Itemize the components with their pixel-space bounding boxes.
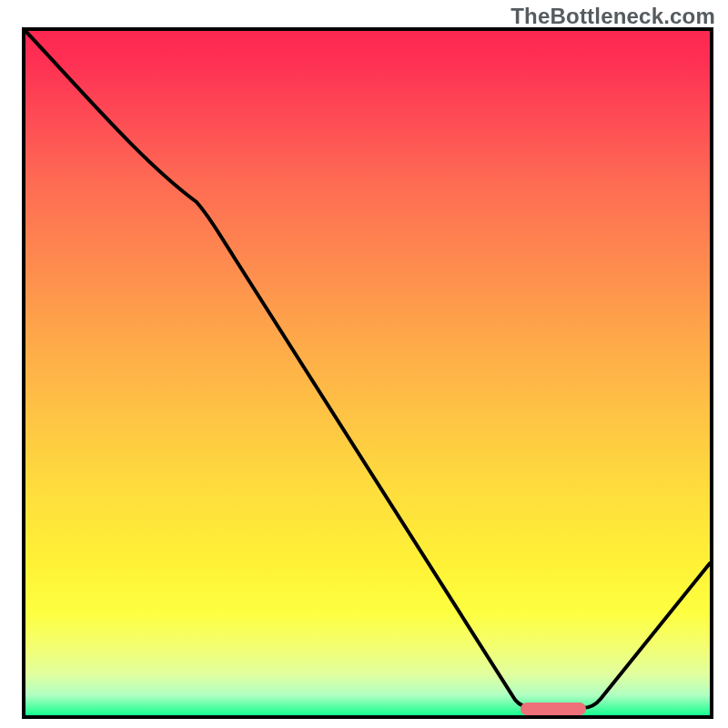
- watermark-text: TheBottleneck.com: [511, 4, 715, 29]
- plot-area: [25, 31, 710, 715]
- threshold-marker: [521, 703, 586, 715]
- plot-border: [22, 27, 713, 719]
- figure-root: TheBottleneck.com: [0, 0, 728, 728]
- main-curve-path: [25, 31, 710, 708]
- curve-svg: [25, 31, 710, 715]
